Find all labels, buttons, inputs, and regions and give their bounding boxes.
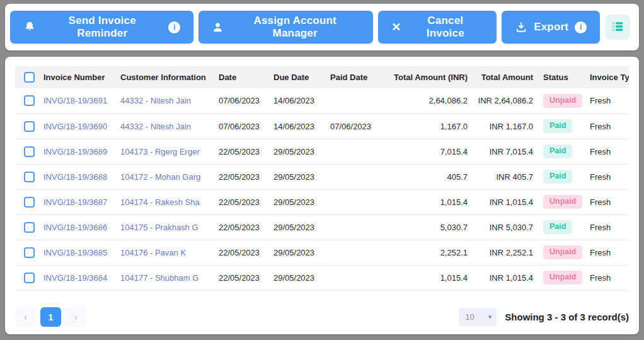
invoice-type-cell: Fresh <box>585 88 629 114</box>
status-cell: Unpaid <box>538 189 585 214</box>
footer-right: 10 ▾ Showing 3 - 3 of 3 record(s) <box>459 308 629 326</box>
customer-link[interactable]: 104173 - Rgerg Erger <box>115 139 214 164</box>
due-date-cell: 29/05/2023 <box>268 214 325 240</box>
invoice-number-link[interactable]: INVG/18-19/3684 <box>38 265 115 290</box>
row-checkbox[interactable] <box>24 172 35 182</box>
page-size-value: 10 <box>465 312 474 322</box>
due-date-cell: 29/05/2023 <box>268 139 325 164</box>
invoice-number-link[interactable]: INVG/18-19/3687 <box>38 189 115 214</box>
row-checkbox[interactable] <box>24 273 35 283</box>
customer-link[interactable]: 104175 - Prakhash G <box>115 214 214 240</box>
table-row: INVG/18-19/3690 44332 - Nitesh Jain 07/0… <box>15 114 629 139</box>
info-icon[interactable]: i <box>168 21 180 33</box>
total-amount-cell: INR 1,015.4 <box>473 265 538 290</box>
paid-date-cell <box>325 214 381 240</box>
invoice-type-cell: Fresh <box>585 265 629 290</box>
select-all-header <box>15 66 38 88</box>
send-invoice-reminder-label: Send Invoice Reminder <box>42 15 162 40</box>
invoice-type-cell: Fresh <box>585 214 629 240</box>
page-size-select[interactable]: 10 ▾ <box>459 308 497 326</box>
total-amount-inr-cell: 7,015.4 <box>381 139 473 164</box>
status-cell: Unpaid <box>538 88 585 114</box>
table-row: INVG/18-19/3687 104174 - Rakesh Sha 22/0… <box>15 189 629 214</box>
status-cell: Unpaid <box>538 265 585 290</box>
toolbar: Send Invoice Reminder i Assign Account M… <box>5 4 639 50</box>
row-checkbox[interactable] <box>24 95 35 106</box>
invoice-number-link[interactable]: INVG/18-19/3691 <box>38 88 115 114</box>
status-badge: Unpaid <box>543 271 582 284</box>
date-cell: 22/05/2023 <box>214 189 268 214</box>
invoice-number-link[interactable]: INVG/18-19/3685 <box>38 240 115 265</box>
status-cell: Unpaid <box>538 240 585 265</box>
table-row: INVG/18-19/3684 104177 - Shubham G 22/05… <box>15 265 629 290</box>
invoice-number-link[interactable]: INVG/18-19/3690 <box>38 114 115 139</box>
table-header-row: Invoice Number Customer Information Date… <box>15 66 629 88</box>
customer-link[interactable]: 104176 - Pavan K <box>115 240 214 265</box>
status-badge: Paid <box>543 170 572 184</box>
total-amount-inr-cell: 2,252.1 <box>381 240 473 265</box>
status-cell: Paid <box>538 214 585 240</box>
prev-page-button[interactable]: ‹ <box>15 307 36 327</box>
invoice-number-link[interactable]: INVG/18-19/3686 <box>38 214 115 240</box>
chevron-down-icon: ▾ <box>488 313 492 321</box>
col-date: Date <box>214 66 268 88</box>
col-status: Status <box>538 66 585 88</box>
due-date-cell: 29/05/2023 <box>268 265 325 290</box>
next-page-button[interactable]: › <box>66 307 86 327</box>
col-invoice-number: Invoice Number <box>38 66 115 88</box>
row-checkbox[interactable] <box>24 121 35 132</box>
cancel-invoice-button[interactable]: ✕ Cancel Invoice <box>378 11 497 44</box>
date-cell: 22/05/2023 <box>214 240 268 265</box>
paid-date-cell <box>325 240 381 265</box>
col-customer-information: Customer Information <box>115 66 214 88</box>
pagination: ‹ 1 › <box>15 307 86 327</box>
customer-link[interactable]: 44332 - Nitesh Jain <box>115 88 214 114</box>
total-amount-cell: INR 7,015.4 <box>473 139 538 164</box>
paid-date-cell <box>325 139 381 164</box>
page-button-1[interactable]: 1 <box>40 307 61 327</box>
paid-date-cell <box>325 88 381 114</box>
select-all-checkbox[interactable] <box>24 72 35 83</box>
assign-account-manager-label: Assign Account Manager <box>230 15 360 40</box>
total-amount-inr-cell: 405.7 <box>381 164 473 189</box>
date-cell: 22/05/2023 <box>214 265 268 290</box>
export-button[interactable]: Export i <box>502 11 600 44</box>
status-badge: Unpaid <box>543 94 582 108</box>
invoice-table-body: INVG/18-19/3691 44332 - Nitesh Jain 07/0… <box>15 88 629 290</box>
download-icon <box>515 21 527 33</box>
invoice-table: Invoice Number Customer Information Date… <box>15 66 629 291</box>
paid-date-cell <box>325 189 381 214</box>
total-amount-inr-cell: 1,015.4 <box>381 189 473 214</box>
total-amount-cell: INR 1,015.4 <box>473 189 538 214</box>
user-icon <box>212 21 224 33</box>
customer-link[interactable]: 44332 - Nitesh Jain <box>115 114 214 139</box>
assign-account-manager-button[interactable]: Assign Account Manager <box>198 11 373 44</box>
row-checkbox[interactable] <box>24 146 35 157</box>
info-icon[interactable]: i <box>575 21 587 33</box>
col-due-date: Due Date <box>268 66 325 88</box>
list-view-button[interactable] <box>605 15 630 40</box>
due-date-cell: 14/06/2023 <box>268 114 325 139</box>
send-invoice-reminder-button[interactable]: Send Invoice Reminder i <box>10 11 193 44</box>
customer-link[interactable]: 104172 - Mohan Garg <box>115 164 214 189</box>
table-row: INVG/18-19/3685 104176 - Pavan K 22/05/2… <box>15 240 629 265</box>
customer-link[interactable]: 104174 - Rakesh Sha <box>115 189 214 214</box>
invoice-type-cell: Fresh <box>585 139 629 164</box>
total-amount-cell: INR 2,252.1 <box>473 240 538 265</box>
invoice-list-page: Send Invoice Reminder i Assign Account M… <box>0 0 644 340</box>
date-cell: 07/06/2023 <box>214 88 268 114</box>
status-badge: Unpaid <box>543 195 582 209</box>
row-checkbox[interactable] <box>24 197 35 208</box>
status-badge: Paid <box>543 119 572 133</box>
customer-link[interactable]: 104177 - Shubham G <box>115 265 214 290</box>
status-badge: Paid <box>543 144 572 158</box>
row-checkbox[interactable] <box>24 247 35 258</box>
col-invoice-type: Invoice Type <box>585 66 629 88</box>
table-row: INVG/18-19/3691 44332 - Nitesh Jain 07/0… <box>15 88 629 114</box>
table-row: INVG/18-19/3686 104175 - Prakhash G 22/0… <box>15 214 629 240</box>
invoice-number-link[interactable]: INVG/18-19/3689 <box>38 139 115 164</box>
invoice-number-link[interactable]: INVG/18-19/3688 <box>38 164 115 189</box>
status-badge: Unpaid <box>543 245 582 259</box>
invoice-type-cell: Fresh <box>585 164 629 189</box>
row-checkbox[interactable] <box>24 222 35 233</box>
